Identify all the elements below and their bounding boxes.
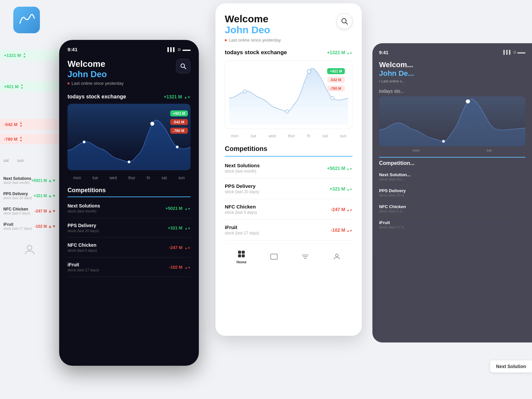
status-bar-dark: 9:41 ▌▌▌ ⊙ ▬▬ bbox=[67, 47, 191, 52]
right-competitions-header: Competition... Next Solution... stock (l… bbox=[379, 157, 525, 232]
filter-icon bbox=[301, 253, 309, 261]
comp-item-dark-1[interactable]: PPS Delivery stock (last 20 days) +321 M… bbox=[67, 218, 191, 238]
comp-name-white-1: PPS Delivery bbox=[225, 183, 259, 189]
next-solution-text: Next Solution bbox=[496, 364, 526, 369]
comp-sub-white-0: stock (last month) bbox=[225, 169, 260, 174]
right-comp-3-sub: stock (last 5 d... bbox=[379, 209, 525, 213]
comp-item-white-3[interactable]: iFruit stock (last 17 days) -102 M ▲▼ bbox=[225, 220, 352, 240]
right-time: 9:41 bbox=[379, 50, 388, 55]
comp-name-dark-2: NFC Chicken bbox=[67, 242, 97, 248]
comp-val-dark-0: +5021 M ▲▼ bbox=[166, 206, 191, 211]
comp-item-dark-0[interactable]: Next Solutions stock (last month) +5021 … bbox=[67, 199, 191, 218]
svg-point-0 bbox=[27, 245, 32, 250]
left-comp-2-sub: stock (last 20 days) bbox=[3, 196, 32, 200]
nav-profile[interactable] bbox=[333, 253, 341, 261]
svg-rect-18 bbox=[242, 254, 245, 257]
chart-white: +921 M -542 M -780 M bbox=[229, 65, 348, 125]
right-comp-4: iFruit bbox=[379, 220, 525, 225]
cbadge-542-white: -542 M bbox=[327, 77, 345, 83]
svg-point-14 bbox=[331, 96, 334, 100]
comp-item-white-0[interactable]: Next Solutions stock (last month) +5021 … bbox=[225, 158, 352, 179]
comp-sub-dark-1: stock (last 20 days) bbox=[67, 229, 99, 233]
stock-section-dark: todays stock exchange +1321 M ▲▼ bbox=[67, 94, 191, 180]
left-comp-3-sub: stock (last 5 days) bbox=[3, 211, 30, 215]
svg-point-7 bbox=[176, 146, 179, 148]
app-icon[interactable] bbox=[13, 7, 40, 33]
comp-title-white: Competitions bbox=[225, 145, 352, 157]
greeting-dark: Welcome bbox=[67, 59, 124, 69]
day-labels-dark: mon tue wed thur fri sat sun bbox=[67, 176, 191, 180]
home-icon bbox=[237, 249, 246, 259]
right-username: John De... bbox=[379, 69, 525, 78]
online-dot-white bbox=[225, 39, 227, 41]
svg-point-12 bbox=[286, 110, 289, 113]
username-dark: John Deo bbox=[67, 69, 124, 79]
right-status-bar: 9:41 ▌▌▌ ⊙ ▬▬ bbox=[379, 50, 525, 55]
svg-point-13 bbox=[307, 69, 311, 73]
competitions-white: Competitions Next Solutions stock (last … bbox=[225, 145, 352, 240]
badge-1321: +1321 M ▲▼ bbox=[0, 50, 59, 61]
nav-filter[interactable] bbox=[301, 253, 309, 261]
comp-item-dark-3[interactable]: iFruit stock (last 17 days) -102 M ▲▼ bbox=[67, 257, 191, 277]
comp-sub-white-3: stock (last 17 days) bbox=[225, 231, 259, 235]
left-comp-1-sub: stock (last month) bbox=[3, 181, 31, 185]
right-comp-2: PPS Delivery bbox=[379, 188, 525, 193]
nav-home-label: Home bbox=[236, 260, 247, 264]
right-partial-panel: 9:41 ▌▌▌ ⊙ ▬▬ Welcom... John De... • Las… bbox=[372, 43, 532, 342]
comp-title-dark: Competitions bbox=[67, 187, 191, 197]
right-comp-title: Competition... bbox=[379, 160, 525, 166]
comp-val-dark-3: -102 M ▲▼ bbox=[169, 265, 191, 270]
comp-name-white-0: Next Solutions bbox=[225, 163, 260, 168]
svg-line-9 bbox=[346, 23, 348, 25]
right-online: • Last online s... bbox=[379, 79, 525, 83]
badge-780-dark: -780 M bbox=[170, 128, 188, 134]
badge-921: +921 M ▲▼ bbox=[0, 81, 59, 92]
left-comp-1-name: Next Solutions bbox=[3, 176, 31, 181]
online-text-white: Last online since yesterday bbox=[229, 38, 281, 43]
right-chart bbox=[379, 96, 525, 146]
day-labels-white: mon tue wed thur fri sat sun bbox=[225, 134, 352, 138]
badge-921-dark: +921 M bbox=[170, 110, 188, 116]
stock-value-white: +1321 M ▲▼ bbox=[327, 50, 352, 55]
right-day-mon: mon bbox=[413, 148, 420, 152]
stock-section-white: todays stock exchange +1321 M ▲▼ bbox=[225, 49, 352, 138]
svg-rect-16 bbox=[242, 251, 245, 254]
comp-item-dark-2[interactable]: NFC Chicken stock (last 5 days) -247 M ▲… bbox=[67, 238, 191, 257]
stock-title-dark: todays stock exchange bbox=[67, 94, 126, 100]
comp-name-dark-0: Next Solutions bbox=[67, 203, 100, 208]
comp-sub-dark-3: stock (last 17 days) bbox=[67, 268, 99, 272]
stock-title-white: todays stock exchange bbox=[225, 49, 287, 56]
day-thur: thur bbox=[128, 176, 135, 180]
comp-val-white-0: +5021 M ▲▼ bbox=[327, 166, 352, 171]
comp-sub-dark-0: stock (last month) bbox=[67, 209, 100, 213]
right-stock-title: todays sto... bbox=[379, 88, 525, 94]
search-button-white[interactable] bbox=[336, 13, 352, 29]
comp-val-white-1: +321 M ▲▼ bbox=[330, 186, 352, 192]
status-icons-dark: ▌▌▌ ⊙ ▬▬ bbox=[167, 47, 191, 52]
comp-val-white-2: -247 M ▲▼ bbox=[331, 207, 352, 212]
nav-card[interactable] bbox=[270, 253, 278, 261]
welcome-section-white: Welcome John Deo Last online since yeste… bbox=[225, 13, 352, 43]
comp-item-white-1[interactable]: PPS Delivery stock (last 20 days) +321 M… bbox=[225, 179, 352, 199]
nav-home[interactable]: Home bbox=[236, 249, 247, 264]
avatar-icon bbox=[24, 244, 36, 256]
comp-sub-dark-2: stock (last 5 days) bbox=[67, 248, 97, 252]
search-button-dark[interactable] bbox=[176, 59, 191, 73]
svg-rect-17 bbox=[238, 254, 241, 257]
chart-white-container: +921 M -542 M -780 M bbox=[225, 61, 352, 129]
online-text-dark: Last online since yesterday bbox=[71, 81, 124, 86]
badge-542: -542 M ▲▼ bbox=[0, 119, 59, 130]
left-comp-3-val: -247 M ▲▼ bbox=[35, 209, 56, 213]
chart-badges-white: +921 M -542 M -780 M bbox=[327, 68, 345, 91]
username-white: John Deo bbox=[225, 24, 281, 36]
greeting-white: Welcome bbox=[225, 13, 281, 24]
day-wed: wed bbox=[109, 176, 117, 180]
right-comp-3: NFC Chicken bbox=[379, 204, 525, 209]
comp-item-white-2[interactable]: NFC Chicken stock (last 5 days) -247 M ▲… bbox=[225, 199, 352, 220]
dark-phone-panel: 9:41 ▌▌▌ ⊙ ▬▬ Welcome John Deo Last onli… bbox=[59, 40, 199, 366]
online-dot-dark bbox=[67, 82, 69, 84]
day-tue: tue bbox=[92, 176, 98, 180]
welcome-section-dark: Welcome John Deo Last online since yeste… bbox=[67, 59, 191, 86]
svg-point-23 bbox=[335, 254, 338, 257]
svg-point-11 bbox=[243, 90, 246, 93]
